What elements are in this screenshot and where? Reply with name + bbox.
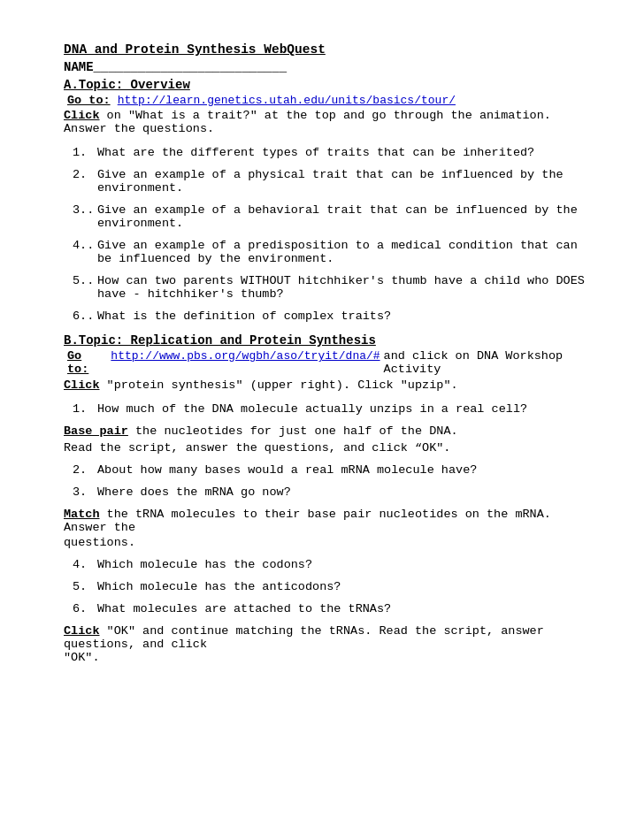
q-text-a2: Give an example of a physical trait that… — [97, 168, 591, 195]
click-bold-a: Click — [64, 109, 100, 122]
goto-suffix-b: and click on DNA Workshop Activity — [384, 349, 591, 376]
q-text-a5: How can two parents WITHOUT hitchhiker's… — [97, 274, 591, 301]
base-pair-bold: Base pair — [64, 424, 128, 438]
question-b2: 2. About how many bases would a real mRN… — [64, 463, 591, 477]
q-text-a4: Give an example of a predisposition to a… — [97, 239, 591, 265]
q-text-b6: What molecules are attached to the tRNAs… — [97, 602, 591, 615]
q-text-b2: About how many bases would a real mRNA m… — [97, 463, 591, 477]
q-number-a1: 1. — [73, 146, 97, 159]
q-number-b2: 2. — [73, 463, 97, 477]
q-text-b5: Which molecule has the anticodons? — [97, 580, 591, 593]
question-b3: 3. Where does the mRNA go now? — [64, 485, 591, 499]
q-number-b4: 4. — [73, 558, 97, 571]
match-bold: Match — [64, 508, 100, 521]
click-bold-b2: Click — [64, 624, 100, 638]
question-b5: 5. Which molecule has the anticodons? — [64, 580, 591, 593]
question-a6: 6.. What is the definition of complex tr… — [64, 310, 591, 323]
question-b1: 1. How much of the DNA molecule actually… — [64, 402, 591, 416]
q-text-b1: How much of the DNA molecule actually un… — [97, 402, 591, 416]
match-line: Match the tRNA molecules to their base p… — [64, 508, 591, 534]
page-title: DNA and Protein Synthesis WebQuest — [64, 42, 591, 57]
section-b-questions-1: 1. How much of the DNA molecule actually… — [64, 402, 591, 416]
section-b-questions-3: 4. Which molecule has the codons? 5. Whi… — [64, 558, 591, 615]
question-a1: 1. What are the different types of trait… — [64, 146, 591, 159]
q-text-a3: Give an example of a behavioral trait th… — [97, 203, 591, 230]
question-a2: 2. Give an example of a physical trait t… — [64, 168, 591, 195]
goto-label-a: Go to: — [67, 94, 111, 107]
click-bold-b1: Click — [64, 378, 100, 392]
q-text-b3: Where does the mRNA go now? — [97, 485, 591, 499]
section-b-questions-2: 2. About how many bases would a real mRN… — [64, 463, 591, 499]
read-script-line: Read the script, answer the questions, a… — [64, 441, 591, 455]
section-a-questions: 1. What are the different types of trait… — [64, 146, 591, 323]
q-number-a2: 2. — [73, 168, 97, 195]
section-b-goto: Go to: http://www.pbs.org/wgbh/aso/tryit… — [64, 349, 591, 376]
section-a-goto: Go to: http://learn.genetics.utah.edu/un… — [64, 94, 591, 107]
question-a5: 5.. How can two parents WITHOUT hitchhik… — [64, 274, 591, 301]
q-number-a6: 6.. — [73, 310, 97, 323]
base-pair-line: Base pair the nucleotides for just one h… — [64, 424, 591, 438]
goto-url-b[interactable]: http://www.pbs.org/wgbh/aso/tryit/dna/# — [111, 349, 380, 363]
goto-label-b: Go to: — [67, 349, 104, 376]
q-number-b1: 1. — [73, 402, 97, 416]
q-text-a1: What are the different types of traits t… — [97, 146, 591, 159]
question-a3: 3.. Give an example of a behavioral trai… — [64, 203, 591, 230]
q-number-b5: 5. — [73, 580, 97, 593]
q-number-a3: 3.. — [73, 203, 97, 230]
q-text-a6: What is the definition of complex traits… — [97, 310, 591, 323]
q-text-b4: Which molecule has the codons? — [97, 558, 591, 571]
goto-url-a[interactable]: http://learn.genetics.utah.edu/units/bas… — [118, 94, 456, 107]
question-a4: 4.. Give an example of a predisposition … — [64, 239, 591, 265]
section-a-click-instruction: Click on "What is a trait?" at the top a… — [64, 109, 591, 135]
section-b-heading: B.Topic: Replication and Protein Synthes… — [64, 333, 591, 348]
q-number-a4: 4.. — [73, 239, 97, 265]
q-number-b3: 3. — [73, 485, 97, 499]
question-b4: 4. Which molecule has the codons? — [64, 558, 591, 571]
q-number-a5: 5.. — [73, 274, 97, 301]
name-line: NAME__________________________ — [64, 60, 591, 74]
match-questions-label: questions. — [64, 536, 591, 549]
section-a-heading: A.Topic: Overview — [64, 78, 591, 92]
section-b-click-1: Click "protein synthesis" (upper right).… — [64, 378, 591, 392]
question-b6: 6. What molecules are attached to the tR… — [64, 602, 591, 615]
q-number-b6: 6. — [73, 602, 97, 615]
section-b-click-2: Click "OK" and continue matching the tRN… — [64, 624, 591, 664]
